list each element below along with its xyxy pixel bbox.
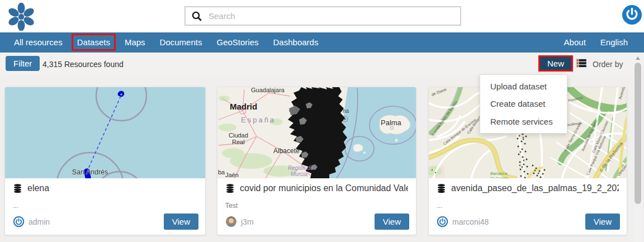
dataset-type-icon — [225, 183, 235, 193]
navbar-left-group: All resources Datasets Maps Documents Ge… — [0, 32, 325, 53]
nav-item-datasets[interactable]: Datasets — [70, 32, 117, 53]
map-label-guadalajara: Guadalajara — [251, 87, 285, 93]
nav-item-datasets-label: Datasets — [77, 37, 110, 47]
view-button[interactable]: View — [375, 213, 409, 230]
card-footer: j3m View — [225, 213, 409, 230]
card-body: avenida_paseo_de_las_palmas_19_2_2022_o.… — [429, 178, 627, 235]
map-thumbnail-covid[interactable]: Guadalajara Madrid España Ciudad Real Al… — [217, 87, 416, 178]
card-footer: marconi48 View — [437, 213, 620, 230]
menu-item-upload-dataset[interactable]: Upload dataset — [480, 78, 567, 95]
order-by-dropdown[interactable]: Order by — [593, 60, 623, 69]
new-dropdown-menu: Upload dataset Create dataset Remote ser… — [480, 74, 567, 134]
dataset-title-text: avenida_paseo_de_las_palmas_19_2_2022_o.… — [451, 183, 619, 193]
owner-avatar-power-icon[interactable] — [437, 216, 448, 227]
search-bar — [184, 6, 461, 26]
card-footer: admin View — [13, 213, 198, 230]
search-icon — [191, 11, 202, 22]
main-navbar: All resources Datasets Maps Documents Ge… — [0, 32, 644, 53]
owner-name[interactable]: admin — [29, 217, 50, 226]
nav-item-about[interactable]: About — [557, 32, 593, 53]
menu-item-create-dataset[interactable]: Create dataset — [480, 95, 567, 112]
map-label-na: na — [343, 108, 349, 114]
toolbar: Filter 4,315 Resources found New Order b… — [0, 53, 644, 75]
dataset-type-icon — [13, 183, 22, 193]
search-input[interactable] — [209, 11, 454, 21]
scrollbar-up-arrow-icon[interactable] — [636, 56, 640, 60]
geonode-logo-icon[interactable] — [7, 3, 36, 31]
map-label-ba: ba — [218, 169, 225, 175]
map-label-real: Real — [232, 139, 245, 145]
nav-item-all-resources[interactable]: All resources — [7, 32, 70, 53]
nav-item-maps[interactable]: Maps — [117, 32, 153, 53]
map-label-ciudad: Ciudad — [229, 132, 248, 139]
user-avatar-power-icon[interactable] — [622, 4, 642, 25]
filter-button[interactable]: Filter — [6, 56, 40, 71]
vertical-scrollbar[interactable] — [633, 53, 643, 242]
results-count: 4,315 Resources found — [42, 60, 124, 69]
map-label-murcia: Murcia — [291, 171, 307, 177]
dataset-title-text: elena — [27, 183, 49, 193]
menu-item-remote-services[interactable]: Remote services — [480, 113, 567, 130]
map-thumbnail-elena[interactable]: San Andrés — [5, 87, 205, 178]
dataset-type-icon — [437, 183, 446, 193]
dataset-card-covid[interactable]: Guadalajara Madrid España Ciudad Real Al… — [217, 87, 416, 235]
card-layout-list-icon[interactable] — [576, 58, 587, 68]
new-button[interactable]: New — [540, 57, 571, 70]
dataset-description: ... — [13, 202, 197, 210]
view-button[interactable]: View — [164, 213, 198, 230]
dataset-description: Test — [225, 202, 408, 210]
nav-item-language[interactable]: English — [593, 32, 635, 53]
map-label-barranca: Barranca — [490, 171, 507, 176]
nav-item-geostories[interactable]: GeoStories — [209, 32, 266, 53]
annotation-box-new: New — [538, 55, 573, 72]
dataset-title[interactable]: avenida_paseo_de_las_palmas_19_2_2022_o.… — [437, 183, 619, 193]
dataset-card-elena[interactable]: San Andrés elena ... — [4, 87, 206, 235]
map-label-espana: España — [241, 116, 276, 124]
view-button[interactable]: View — [585, 213, 620, 230]
dataset-description: ... — [437, 202, 619, 210]
app-header — [0, 0, 644, 32]
map-label-palma: Palma — [381, 118, 402, 127]
palma-town-dot — [391, 127, 394, 130]
dataset-title[interactable]: elena — [13, 183, 197, 193]
owner-name[interactable]: marconi48 — [452, 217, 489, 226]
card-body: covid por municipios en la Comunidad Val… — [217, 178, 416, 235]
dataset-title[interactable]: covid por municipios en la Comunidad Val… — [225, 183, 408, 193]
map-label-san-andres: San Andrés — [72, 168, 108, 176]
map-label-albacete: Albacete — [273, 147, 300, 155]
map-label-region-de: Región de — [288, 165, 314, 171]
owner-name[interactable]: j3m — [241, 217, 254, 226]
owner-avatar-photo[interactable] — [225, 216, 237, 227]
nav-item-documents[interactable]: Documents — [153, 32, 210, 53]
card-body: elena ... admin View — [5, 178, 205, 235]
scrollbar-thumb[interactable] — [634, 63, 641, 204]
dataset-title-text: covid por municipios en la Comunidad Val… — [240, 183, 408, 193]
nav-item-dashboards[interactable]: Dashboards — [266, 32, 326, 53]
owner-avatar-power-icon[interactable] — [13, 216, 25, 227]
map-label-madrid: Madrid — [230, 102, 257, 111]
navbar-right-group: About English — [557, 32, 644, 53]
map-label-jaen: Jaén — [225, 172, 239, 178]
